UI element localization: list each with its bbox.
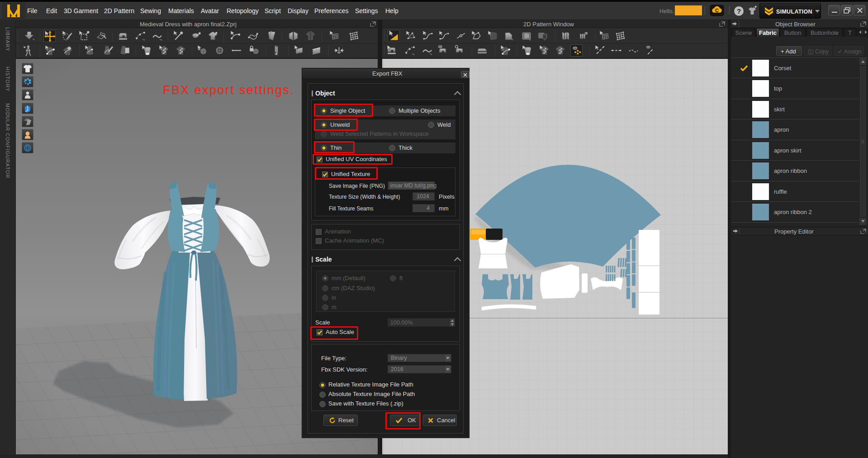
svg-text:C: C: [715, 8, 719, 13]
